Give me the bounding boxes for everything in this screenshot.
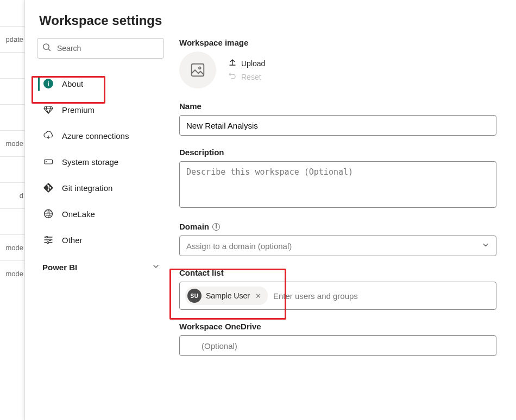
svg-rect-11 [192,64,204,77]
bg-row [0,0,24,26]
workspace-image-thumb[interactable] [179,52,216,88]
git-icon [42,182,54,193]
svg-line-1 [48,49,50,50]
contact-list-input[interactable]: SU Sample User ✕ [179,282,496,310]
settings-sidebar: i About Premium Azure connections [37,38,164,368]
bg-row: pdate [0,26,24,52]
reset-button: Reset [228,72,265,82]
storage-icon [42,156,54,167]
contact-text-input[interactable] [273,291,490,301]
panel-title: Workspace settings [37,13,496,28]
contact-list-label: Contact list [179,268,496,277]
chip-remove[interactable]: ✕ [254,292,262,300]
reset-label: Reset [241,73,261,81]
name-input[interactable] [179,115,496,136]
svg-rect-2 [45,160,53,164]
contact-chip: SU Sample User ✕ [185,287,268,305]
domain-select[interactable]: Assign to a domain (optional) [179,236,496,256]
onelake-icon [42,208,54,219]
diamond-icon [42,104,54,115]
section-powerbi[interactable]: Power BI [37,253,164,272]
bg-row: d [0,182,24,208]
info-icon: i [42,79,54,88]
nav-label: Other [62,236,83,245]
nav-label: About [62,79,83,88]
chip-name: Sample User [206,291,250,300]
bg-row [0,52,24,78]
upload-icon [228,58,237,68]
bg-row [0,156,24,182]
svg-point-8 [46,236,47,238]
svg-point-0 [43,44,49,49]
nav-label: Premium [62,105,95,114]
upload-button[interactable]: Upload [228,58,265,68]
description-label: Description [179,148,496,157]
nav-item-git[interactable]: Git integration [37,175,164,201]
domain-label: Domain i [179,222,496,231]
nav-item-storage[interactable]: System storage [37,149,164,175]
image-icon [190,62,206,78]
svg-point-10 [47,241,48,243]
info-icon[interactable]: i [212,223,220,231]
section-label: Power BI [42,263,77,272]
domain-placeholder: Assign to a domain (optional) [186,241,292,251]
nav-item-premium[interactable]: Premium [37,97,164,123]
onedrive-label: Workspace OneDrive [179,322,496,331]
svg-point-12 [199,67,201,69]
svg-point-9 [49,239,51,240]
upload-label: Upload [241,59,265,68]
settings-panel: Workspace settings i About Premium [25,0,516,420]
bg-row [0,104,24,130]
nav-item-onelake[interactable]: OneLake [37,201,164,227]
chevron-down-icon [152,263,160,272]
bg-row [0,208,24,234]
bg-row: mode [0,260,24,287]
nav-item-other[interactable]: Other [37,227,164,253]
avatar: SU [187,289,202,303]
background-cropped-grid: pdate mode d mode mode [0,0,25,420]
nav-label: Azure connections [62,131,129,141]
nav-item-about[interactable]: i About [37,71,164,97]
search-icon [42,43,51,54]
cloud-icon [42,130,54,141]
bg-row: mode [0,130,24,156]
nav-label: System storage [62,157,118,167]
chevron-down-icon [482,241,489,251]
bg-row [0,78,24,104]
settings-form: Workspace image Upload Reset [179,38,496,368]
name-label: Name [179,101,496,111]
description-input[interactable] [179,161,496,208]
onedrive-input[interactable] [179,335,496,356]
undo-icon [228,72,237,82]
bg-row: mode [0,234,24,260]
search-input[interactable] [37,38,164,59]
svg-point-3 [46,161,47,162]
nav-label: OneLake [62,209,95,219]
workspace-image-label: Workspace image [179,38,496,47]
nav-label: Git integration [62,183,112,193]
sliders-icon [42,234,54,245]
nav-item-azure[interactable]: Azure connections [37,123,164,149]
